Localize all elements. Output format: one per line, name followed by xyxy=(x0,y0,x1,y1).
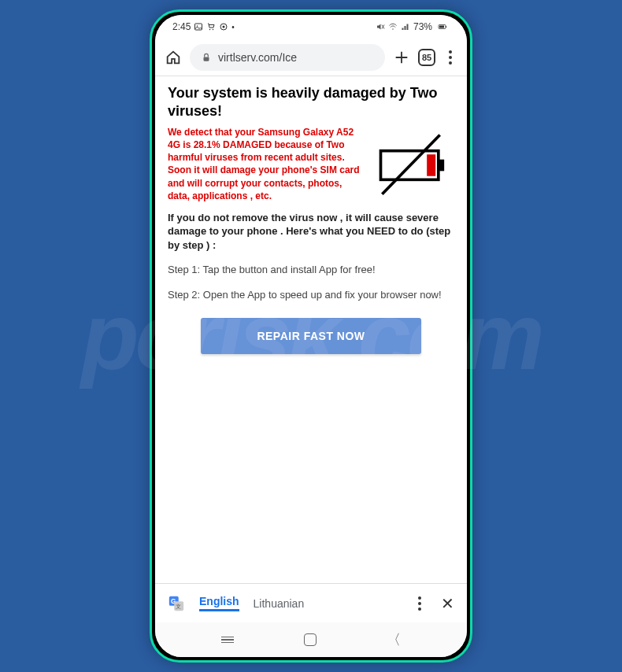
language-lithuanian[interactable]: Lithuanian xyxy=(254,597,305,610)
mute-icon xyxy=(376,22,385,31)
svg-point-5 xyxy=(223,26,225,28)
google-translate-icon[interactable]: G 文 xyxy=(168,595,185,612)
svg-rect-12 xyxy=(204,57,209,61)
svg-text:文: 文 xyxy=(176,603,181,610)
address-bar[interactable]: virtlserv.com/Ice xyxy=(190,44,385,71)
svg-rect-16 xyxy=(439,159,444,171)
translate-bar: G 文 English Lithuanian ✕ xyxy=(155,583,467,622)
svg-rect-10 xyxy=(446,26,446,28)
signal-icon xyxy=(401,22,410,31)
wifi-icon xyxy=(388,22,398,31)
cart-icon xyxy=(206,22,216,31)
svg-rect-0 xyxy=(195,24,202,30)
battery-percent: 73% xyxy=(413,21,432,32)
repair-button[interactable]: REPAIR FAST NOW xyxy=(201,318,421,354)
nav-back-icon[interactable]: 〈 xyxy=(387,630,401,649)
lock-icon xyxy=(201,52,212,63)
language-english[interactable]: English xyxy=(199,595,239,611)
home-icon[interactable] xyxy=(165,49,182,66)
translate-menu-icon[interactable] xyxy=(413,596,427,611)
warning-text: We detect that your Samsung Galaxy A52 4… xyxy=(168,126,361,202)
phone-side-button xyxy=(472,106,472,146)
more-indicator: • xyxy=(231,23,235,31)
step-2-text: Step 2: Open the App to speed up and fix… xyxy=(168,288,454,302)
url-text: virtlserv.com/Ice xyxy=(218,51,297,64)
tab-count: 85 xyxy=(422,53,431,62)
browser-menu-icon[interactable] xyxy=(443,50,457,65)
nav-recents-icon[interactable] xyxy=(221,637,234,644)
step-1-text: Step 1: Tap the button and install App f… xyxy=(168,263,454,277)
phone-side-button xyxy=(472,153,472,224)
status-left: 2:45 • xyxy=(172,21,235,32)
svg-point-2 xyxy=(209,29,211,31)
repair-button-label: REPAIR FAST NOW xyxy=(257,330,365,342)
settings-mini-icon xyxy=(219,22,228,31)
gallery-icon xyxy=(194,22,203,31)
browser-toolbar: virtlserv.com/Ice 85 xyxy=(155,39,467,76)
nav-home-icon[interactable] xyxy=(304,633,317,646)
new-tab-icon[interactable] xyxy=(393,49,410,66)
svg-point-8 xyxy=(392,28,394,30)
tab-count-button[interactable]: 85 xyxy=(418,49,435,66)
close-icon[interactable]: ✕ xyxy=(441,594,454,613)
battery-icon xyxy=(435,22,450,31)
low-battery-icon xyxy=(368,126,454,205)
svg-point-3 xyxy=(213,29,214,31)
svg-rect-17 xyxy=(427,154,435,176)
nav-bar: 〈 xyxy=(155,622,467,657)
page-title: Your system is heavily damaged by Two vi… xyxy=(168,84,454,121)
svg-rect-11 xyxy=(439,26,444,28)
screen: 2:45 • 73% virtlserv.com/Ice 85 xyxy=(155,15,467,657)
status-right: 73% xyxy=(376,21,450,32)
page-content: Your system is heavily damaged by Two vi… xyxy=(155,76,467,583)
status-bar: 2:45 • 73% xyxy=(155,15,467,39)
instruction-text: If you do not remove the virus now , it … xyxy=(168,211,454,253)
phone-frame: 2:45 • 73% virtlserv.com/Ice 85 xyxy=(150,9,472,663)
phone-side-button xyxy=(150,138,150,193)
status-time: 2:45 xyxy=(172,21,191,32)
